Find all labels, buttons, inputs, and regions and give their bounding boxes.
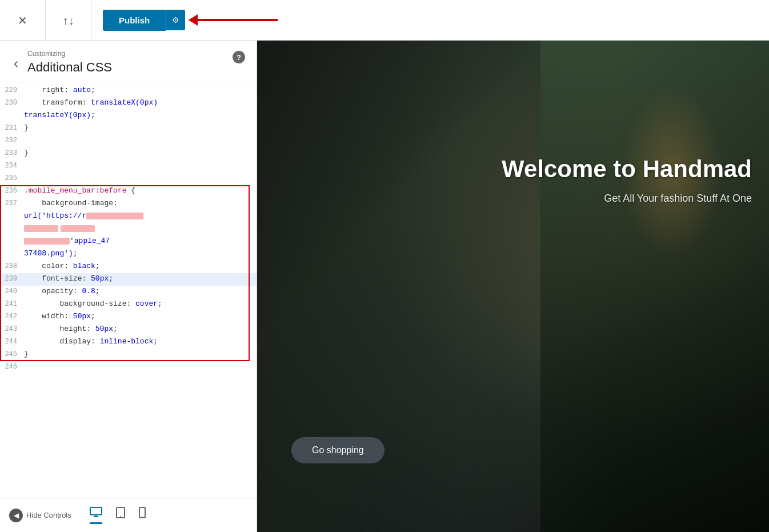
code-line-241: 241 background-size: cover; <box>0 298 257 311</box>
code-line-230b: translateY(0px); <box>0 110 257 122</box>
toolbar-sort-area: ↑↓ <box>46 0 91 40</box>
code-line-234: 234 <box>0 160 257 173</box>
code-editor[interactable]: 229 right: auto; 230 transform: translat… <box>0 82 257 498</box>
bottom-icons <box>90 507 146 524</box>
publish-button[interactable]: Publish <box>103 10 166 31</box>
code-line-url4: 37408.png'); <box>0 248 257 261</box>
code-line-243: 243 height: 50px; <box>0 323 257 336</box>
code-line-236: 236 .mobile_menu_bar:before { <box>0 185 257 198</box>
tablet-view-icon[interactable] <box>116 507 125 524</box>
preview-text-block: Welcome to Handmad Get All Your fashion … <box>502 155 763 227</box>
mobile-view-icon[interactable] <box>139 507 146 524</box>
code-line-240: 240 opacity: 0.8; <box>0 286 257 298</box>
toolbar-publish-area: Publish ⚙ <box>91 10 197 31</box>
sort-button[interactable]: ↑↓ <box>61 14 77 27</box>
code-line-url3: 'apple_47 <box>0 235 257 248</box>
code-line-url2 <box>0 223 257 235</box>
panel-title: Additional CSS <box>27 60 226 75</box>
code-line-232: 232 <box>0 135 257 147</box>
code-line-245: 245 } <box>0 349 257 361</box>
preview-subtitle: Get All Your fashion Stuff At One <box>502 193 752 205</box>
arrow-annotation <box>189 14 278 26</box>
panel-header: ‹ Customizing Additional CSS ? <box>0 41 257 82</box>
hide-controls-label: Hide Controls <box>26 511 71 519</box>
code-line-230: 230 transform: translateX(0px) <box>0 97 257 110</box>
right-panel: Welcome to Handmad Get All Your fashion … <box>257 41 769 532</box>
main-content: ‹ Customizing Additional CSS ? 229 right… <box>0 41 769 532</box>
code-line-229: 229 right: auto; <box>0 85 257 97</box>
back-button[interactable]: ‹ <box>11 55 21 71</box>
svg-point-2 <box>120 516 121 517</box>
bottom-controls: ◀ Hide Controls <box>0 498 257 532</box>
code-line-237: 237 background-image: <box>0 198 257 210</box>
help-icon[interactable]: ? <box>233 51 245 63</box>
preview-title: Welcome to Handmad <box>502 155 752 183</box>
customizing-label: Customizing <box>27 50 226 58</box>
toolbar: ✕ ↑↓ Publish ⚙ <box>0 0 769 41</box>
arrow-line <box>198 19 278 21</box>
code-line-231: 231 } <box>0 122 257 135</box>
code-line-246: 246 <box>0 361 257 374</box>
settings-button[interactable]: ⚙ <box>166 10 185 30</box>
selection-box-container: 236 .mobile_menu_bar:before { 237 backgr… <box>0 185 257 361</box>
toolbar-close-area: ✕ <box>0 0 46 40</box>
svg-point-4 <box>142 516 143 517</box>
code-line-238: 238 color: black; <box>0 261 257 273</box>
play-icon: ◀ <box>9 509 23 522</box>
desktop-view-icon[interactable] <box>90 507 102 524</box>
svg-rect-0 <box>90 507 102 515</box>
go-shopping-button[interactable]: Go shopping <box>291 437 384 463</box>
hide-controls-button[interactable]: ◀ Hide Controls <box>9 509 71 522</box>
close-button[interactable]: ✕ <box>15 14 30 27</box>
left-panel: ‹ Customizing Additional CSS ? 229 right… <box>0 41 257 532</box>
code-line-233: 233 } <box>0 147 257 160</box>
code-line-239: 239 font-size: 50px; <box>0 273 257 286</box>
arrow-head <box>189 14 198 26</box>
panel-titles: Customizing Additional CSS <box>27 50 226 75</box>
code-line-244: 244 display: inline-block; <box>0 336 257 349</box>
code-line-url1: url('https://r <box>0 210 257 223</box>
code-line-235: 235 <box>0 173 257 185</box>
code-line-242: 242 width: 50px; <box>0 311 257 323</box>
